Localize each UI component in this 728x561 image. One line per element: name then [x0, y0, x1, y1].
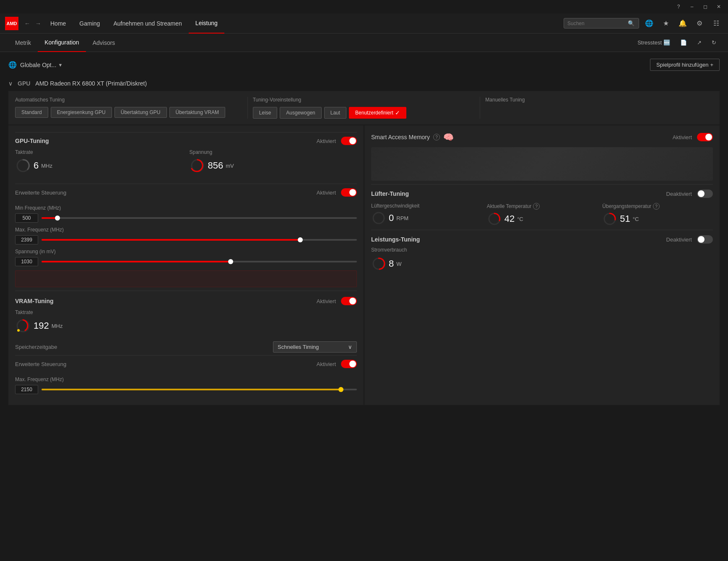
- fan-speed-label-row: Lüftergeschwindigkeit: [371, 203, 482, 209]
- max-freq-slider-row: 2399: [15, 235, 357, 244]
- leistung-title: Leistungs-Tuning: [371, 236, 420, 243]
- energiesenkung-button[interactable]: Energiesenkung GPU: [51, 107, 112, 118]
- sam-help-icon[interactable]: ?: [433, 134, 440, 140]
- erweiterte-toggle[interactable]: [341, 188, 357, 197]
- fan-toggle[interactable]: [697, 190, 713, 198]
- add-profile-icon: +: [710, 62, 713, 68]
- reset-button[interactable]: ↻: [708, 38, 720, 47]
- fan-speed-unit: RPM: [396, 215, 408, 221]
- subnav-konfiguration[interactable]: Konfiguration: [38, 34, 86, 52]
- back-button[interactable]: ←: [22, 20, 33, 27]
- gpu-header: ∨ GPU AMD Radeon RX 6800 XT (Primär/Disk…: [8, 76, 720, 91]
- trans-temp-unit: °C: [633, 216, 639, 222]
- vram-max-freq-label: Max. Frequenz (MHz): [15, 377, 357, 382]
- nav-home[interactable]: Home: [44, 13, 73, 34]
- vram-erweiterte-toggle[interactable]: [341, 360, 357, 368]
- gpu-tuning-status: Aktiviert: [317, 138, 336, 144]
- sub-navigation: Metrik Konfiguration Advisors Stresstest…: [0, 34, 728, 52]
- gpu-image: [371, 147, 713, 181]
- maximize-button[interactable]: ◻: [699, 1, 711, 13]
- profile-bar: 🌐 Globale Opt... ▼ Spielprofil hinzufüge…: [8, 59, 720, 71]
- profile-name: Globale Opt...: [20, 62, 56, 68]
- preset-buttons: Leise Ausgewogen Laut Benutzerdefiniert …: [253, 107, 475, 119]
- share-button[interactable]: ↗: [694, 38, 705, 47]
- subnav-advisors[interactable]: Advisors: [86, 34, 122, 52]
- current-temp-help-icon[interactable]: ?: [533, 203, 540, 210]
- nav-right: 🔍 🌐 ★ 🔔 ⚙ ☷: [564, 17, 723, 30]
- globe-button[interactable]: 🌐: [642, 17, 656, 30]
- gpu-tuning-header: GPU-Tuning Aktiviert: [15, 132, 357, 149]
- minimize-button[interactable]: –: [686, 1, 698, 13]
- spannung-track[interactable]: [42, 261, 357, 262]
- uebertaktung-vram-button[interactable]: Übertaktung VRAM: [169, 107, 225, 118]
- min-freq-track[interactable]: [42, 217, 357, 219]
- fan-tuning-right: Deaktiviert: [666, 190, 713, 198]
- nav-gaming[interactable]: Gaming: [73, 13, 107, 34]
- nav-leistung[interactable]: Leistung: [189, 13, 224, 34]
- leistung-toggle[interactable]: [697, 235, 713, 244]
- max-freq-track[interactable]: [42, 239, 357, 241]
- laut-button[interactable]: Laut: [324, 107, 346, 119]
- sam-toggle[interactable]: [697, 133, 713, 141]
- speicherzeitgabe-dropdown[interactable]: Schnelles Timing ∨: [273, 341, 357, 353]
- vram-max-freq-thumb[interactable]: [338, 387, 343, 392]
- vram-taktrate-label: Taktrate: [15, 309, 357, 315]
- vram-tuning-title: VRAM-Tuning: [15, 298, 54, 304]
- speicherzeitgabe-value: Schnelles Timing: [278, 344, 319, 350]
- sam-right: Aktiviert: [673, 133, 713, 141]
- spannung-unit: mV: [226, 163, 234, 169]
- auto-tuning-buttons: Standard Energiesenkung GPU Übertaktung …: [15, 107, 242, 118]
- add-profile-button[interactable]: Spielprofil hinzufügen +: [650, 59, 720, 71]
- spannung-slider-value[interactable]: 1030: [15, 257, 38, 266]
- spannung-gauge: 856 mV: [190, 158, 357, 174]
- max-freq-thumb[interactable]: [298, 237, 303, 242]
- gpu-chevron-icon[interactable]: ∨: [8, 80, 13, 87]
- ausgewogen-button[interactable]: Ausgewogen: [280, 107, 321, 119]
- sam-title: Smart Access Memory: [371, 134, 430, 140]
- profile-globe-icon: 🌐: [8, 61, 17, 69]
- preset-section: Tuning-Voreinstellung Leise Ausgewogen L…: [248, 97, 481, 119]
- help-button[interactable]: ?: [673, 1, 684, 13]
- search-box[interactable]: 🔍: [564, 18, 639, 29]
- export-button[interactable]: 📄: [677, 38, 690, 47]
- forward-button[interactable]: →: [33, 20, 44, 27]
- max-freq-value[interactable]: 2399: [15, 235, 38, 244]
- trans-temp-help-icon[interactable]: ?: [653, 203, 660, 210]
- standard-button[interactable]: Standard: [15, 107, 48, 118]
- star-button[interactable]: ★: [659, 17, 673, 30]
- vram-erweiterte-label: Erweiterte Steuerung: [15, 361, 66, 367]
- vram-toggle[interactable]: [341, 297, 357, 305]
- erweiterte-right: Aktiviert: [317, 188, 357, 197]
- tuning-control-bar: Automatisches Tuning Standard Energiesen…: [8, 91, 720, 125]
- settings-button[interactable]: ⚙: [693, 17, 706, 30]
- profile-selector[interactable]: Globale Opt... ▼: [20, 62, 62, 68]
- vram-taktrate-icon: [15, 318, 31, 334]
- min-freq-label: Min Frequenz (MHz): [15, 205, 357, 211]
- nav-aufnehmen[interactable]: Aufnehmen und Streamen: [107, 13, 188, 34]
- leise-button[interactable]: Leise: [253, 107, 278, 119]
- taktrate-section: Taktrate 6 MHz: [15, 149, 183, 179]
- subnav-metrik[interactable]: Metrik: [8, 34, 38, 52]
- close-button[interactable]: ✕: [713, 1, 725, 13]
- leistung-right: Deaktiviert: [666, 235, 713, 244]
- bell-button[interactable]: 🔔: [676, 17, 689, 30]
- stresstest-button[interactable]: Stresstest 🆕: [634, 38, 673, 47]
- uebertaktung-gpu-button[interactable]: Übertaktung GPU: [114, 107, 167, 118]
- vram-max-freq-value[interactable]: 2150: [15, 385, 38, 394]
- min-freq-value[interactable]: 500: [15, 213, 38, 223]
- min-freq-thumb[interactable]: [55, 216, 60, 221]
- fan-speed-card: Lüftergeschwindigkeit 0 RPM: [371, 203, 482, 226]
- smart-access-section: Smart Access Memory ? 🧠 Aktiviert: [371, 132, 713, 181]
- titlebar: ? – ◻ ✕: [0, 0, 728, 13]
- grid-button[interactable]: ☷: [710, 17, 723, 30]
- vram-max-freq-track[interactable]: [42, 389, 357, 390]
- search-input[interactable]: [567, 21, 626, 26]
- max-freq-section: Max. Frequenz (MHz) 2399: [15, 227, 357, 244]
- vram-erweiterte-right: Aktiviert: [317, 360, 357, 368]
- gpu-tuning-toggle[interactable]: [341, 137, 357, 145]
- trans-temp-label-row: Übergangstemperatur ?: [602, 203, 713, 210]
- benutzerdefiniert-button[interactable]: Benutzerdefiniert ✓: [349, 107, 406, 119]
- vram-tuning-header: VRAM-Tuning Aktiviert: [15, 297, 357, 305]
- spannung-thumb[interactable]: [228, 259, 233, 264]
- vram-taktrate-unit: MHz: [52, 323, 63, 329]
